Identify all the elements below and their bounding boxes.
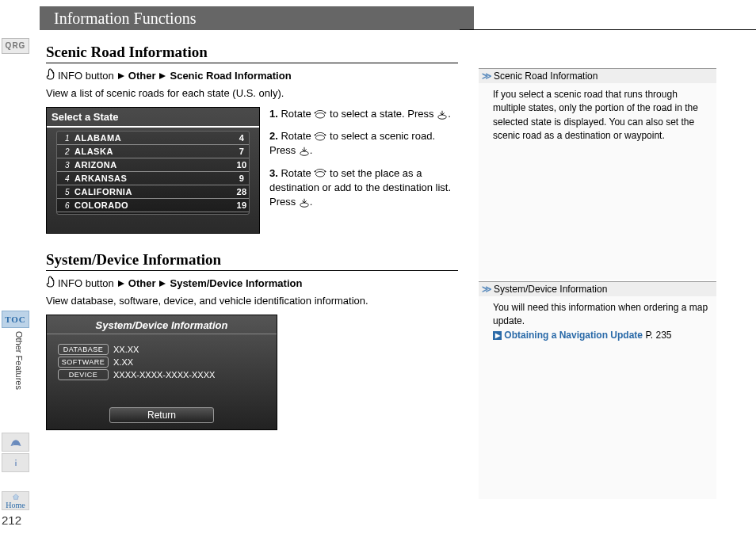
crumb-target: Scenic Road Information xyxy=(170,70,291,82)
step-text: . xyxy=(310,144,313,156)
sysdev-row: DEVICEXXXX-XXXX-XXXX-XXXX xyxy=(58,369,265,380)
svg-point-2 xyxy=(316,135,325,139)
note-group-icon: ≫ xyxy=(482,284,492,295)
side2-head: ≫System/Device Information xyxy=(479,281,716,296)
section1-steps: 1. Rotate to select a state. Press . 2. … xyxy=(269,107,458,234)
arrow-icon xyxy=(158,277,166,289)
side2-link-page: P. 235 xyxy=(645,330,671,341)
chapter-banner: Information Functions xyxy=(40,6,474,30)
section2-intro: View database, software, device, and veh… xyxy=(46,295,458,307)
right-column: ≫Scenic Road Information If you select a… xyxy=(479,68,716,499)
main-column: Scenic Road Information INFO button Othe… xyxy=(46,44,458,430)
home-icon xyxy=(10,493,21,501)
crumb-target: System/Device Information xyxy=(170,277,302,289)
step-text: Rotate xyxy=(281,108,311,120)
step-2: 2. Rotate to select a scenic road. Press… xyxy=(269,129,458,158)
crumb-info: INFO button xyxy=(58,277,114,289)
step-3: 3. Rotate to set the place as a destinat… xyxy=(269,166,458,210)
crumb-other: Other xyxy=(128,70,156,82)
page-number: 212 xyxy=(2,513,21,527)
arrow-icon xyxy=(117,70,125,82)
sysdev-row: SOFTWAREX.XX xyxy=(58,357,265,368)
link-arrow-icon: ▶ xyxy=(493,331,502,340)
side1-head-text: Scenic Road Information xyxy=(494,71,598,82)
section1-breadcrumb: INFO button Other Scenic Road Informatio… xyxy=(46,68,458,82)
note-group-icon: ≫ xyxy=(482,71,492,82)
tab-info-icon[interactable] xyxy=(2,453,29,472)
step-text: . xyxy=(448,108,451,120)
tab-other-features[interactable]: Other Features xyxy=(14,331,24,390)
section1-row: Select a State 1ALABAMA42ALASKA73ARIZONA… xyxy=(46,107,458,234)
state-row: 3ARIZONA10 xyxy=(57,160,249,170)
arrow-icon xyxy=(158,70,166,82)
press-icon xyxy=(299,195,310,209)
screen-title: System/Device Information xyxy=(47,315,277,334)
section1-title: Scenic Road Information xyxy=(46,44,458,63)
side1-body: If you select a scenic road that runs th… xyxy=(479,83,716,280)
finger-icon xyxy=(46,276,55,290)
dial-icon xyxy=(314,166,326,181)
press-icon xyxy=(299,143,310,158)
tab-toc[interactable]: TOC xyxy=(2,311,29,328)
return-button: Return xyxy=(109,407,214,423)
side2-body: You will need this information when orde… xyxy=(479,296,716,499)
svg-point-5 xyxy=(300,203,309,207)
banner-rule xyxy=(460,29,756,30)
dial-icon xyxy=(314,107,326,121)
dial-icon xyxy=(314,129,326,143)
side2-text1: You will need this information when orde… xyxy=(493,302,708,326)
page: Information Functions QRG TOC Other Feat… xyxy=(0,0,756,534)
section1-intro: View a list of scenic roads for each sta… xyxy=(46,87,458,99)
sysdev-screen: System/Device Information DATABASEXX.XXS… xyxy=(46,315,277,430)
side2-head-text: System/Device Information xyxy=(494,284,607,295)
step-text: Rotate xyxy=(281,130,311,142)
state-list-screen: Select a State 1ALABAMA42ALASKA73ARIZONA… xyxy=(46,107,260,234)
crumb-other: Other xyxy=(128,277,156,289)
svg-point-3 xyxy=(300,151,309,155)
step-text: to select a state. Press xyxy=(330,108,434,120)
voice-icon xyxy=(10,436,22,448)
tab-home[interactable]: Home xyxy=(2,491,29,510)
state-row: 5CALIFORNIA28 xyxy=(57,187,249,196)
state-row: 2ALASKA7 xyxy=(57,147,249,156)
side1-head: ≫Scenic Road Information xyxy=(479,68,716,83)
svg-point-0 xyxy=(316,113,325,117)
state-row: 1ALABAMA4 xyxy=(57,133,249,143)
tab-voice-icon[interactable] xyxy=(2,433,29,452)
tab-home-label: Home xyxy=(6,501,25,509)
section1-screenshot: Select a State 1ALABAMA42ALASKA73ARIZONA… xyxy=(46,107,260,234)
section2-breadcrumb: INFO button Other System/Device Informat… xyxy=(46,276,458,290)
sysdev-rows: DATABASEXX.XXSOFTWAREX.XXDEVICEXXXX-XXXX… xyxy=(47,334,277,402)
sysdev-row: DATABASEXX.XX xyxy=(58,344,265,355)
svg-point-1 xyxy=(438,115,447,119)
crumb-info: INFO button xyxy=(58,70,114,82)
arrow-icon xyxy=(117,277,125,289)
step-text: . xyxy=(310,196,313,208)
press-icon xyxy=(437,107,448,121)
step-text: Rotate xyxy=(281,167,311,179)
section2: System/Device Information INFO button Ot… xyxy=(46,251,458,430)
step-1: 1. Rotate to select a state. Press . xyxy=(269,107,458,121)
state-row: 4ARKANSAS9 xyxy=(57,174,249,183)
finger-icon xyxy=(46,68,55,82)
state-list: 1ALABAMA42ALASKA73ARIZONA104ARKANSAS95CA… xyxy=(47,128,259,218)
tab-qrg[interactable]: QRG xyxy=(2,38,29,54)
info-icon xyxy=(10,456,22,469)
side2-link[interactable]: Obtaining a Navigation Update xyxy=(504,330,643,341)
screen-title: Select a State xyxy=(47,108,259,128)
section2-title: System/Device Information xyxy=(46,251,458,271)
svg-point-4 xyxy=(316,172,325,177)
state-row: 6COLORADO19 xyxy=(57,200,249,210)
